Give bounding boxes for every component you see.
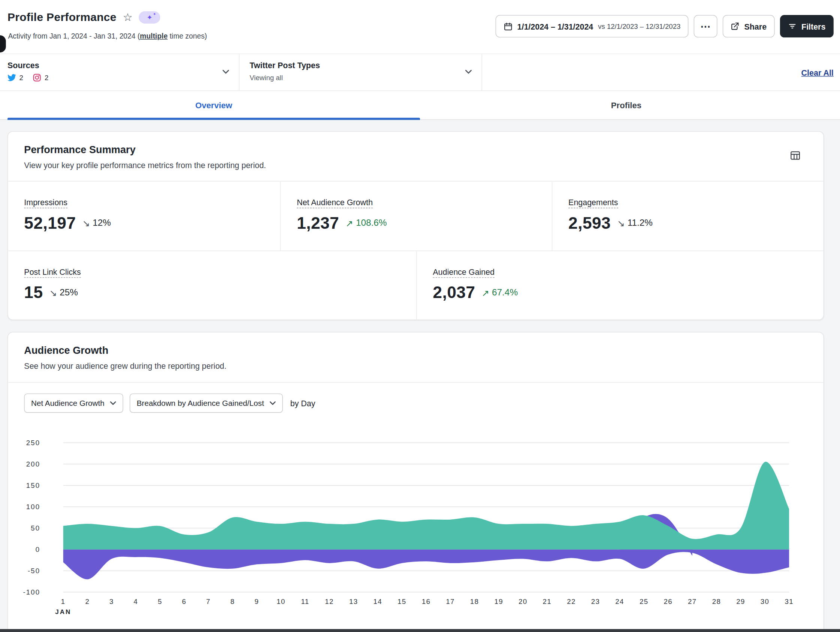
svg-text:13: 13 <box>349 597 358 605</box>
metric-change-value: 108.6% <box>356 218 387 229</box>
svg-text:9: 9 <box>254 597 259 605</box>
activity-subtitle: Activity from Jan 1, 2024 - Jan 31, 2024… <box>8 32 207 40</box>
breakdown-select-dropdown[interactable]: Breakdown by Audience Gained/Lost <box>129 394 283 413</box>
metric-value-row: 2,037 ↗ 67.4% <box>433 283 823 302</box>
header-actions: 1/1/2024 – 1/31/2024 vs 12/1/2023 – 12/3… <box>495 15 834 38</box>
chevron-down-icon[interactable] <box>222 69 229 74</box>
filters-label: Filters <box>801 22 826 31</box>
trend-down-icon: ↘ <box>49 288 57 297</box>
area-chart-svg: 250200150100500-50-100123456789101112131… <box>16 436 804 629</box>
app-root: Profile Performance ☆ ✦ ✦ Activity from … <box>0 0 840 632</box>
activity-subtitle-suffix: time zones) <box>167 32 207 40</box>
clear-all-link[interactable]: Clear All <box>801 68 834 77</box>
favorite-star-icon[interactable]: ☆ <box>123 12 133 22</box>
svg-text:100: 100 <box>26 503 40 511</box>
svg-text:23: 23 <box>591 597 600 605</box>
more-options-button[interactable]: ⋯ <box>694 15 717 38</box>
audience-growth-header: Audience Growth See how your audience gr… <box>8 333 823 371</box>
metric-value: 52,197 <box>24 214 76 233</box>
svg-text:6: 6 <box>182 597 186 605</box>
svg-text:0: 0 <box>36 545 40 553</box>
calendar-icon <box>503 22 512 31</box>
date-range-primary: 1/1/2024 – 1/31/2024 <box>518 22 594 31</box>
ai-assist-badge[interactable]: ✦ ✦ <box>139 11 160 23</box>
audience-growth-subtitle: See how your audience grew during the re… <box>24 361 807 370</box>
twitter-icon <box>8 73 16 82</box>
performance-summary-header: Performance Summary View your key profil… <box>8 132 823 170</box>
svg-text:3: 3 <box>109 597 114 605</box>
metric-label[interactable]: Engagements <box>568 198 618 208</box>
svg-text:2: 2 <box>85 597 90 605</box>
svg-text:22: 22 <box>567 597 576 605</box>
performance-summary-subtitle: View your key profile performance metric… <box>24 161 807 170</box>
svg-text:12: 12 <box>325 597 334 605</box>
svg-text:150: 150 <box>26 481 40 489</box>
svg-text:26: 26 <box>663 597 673 605</box>
svg-text:31: 31 <box>785 597 794 605</box>
sparkle-small-icon: ✦ <box>153 12 156 16</box>
post-types-filter[interactable]: Twitter Post Types Viewing all <box>239 54 482 90</box>
svg-text:21: 21 <box>543 597 552 605</box>
metric-label[interactable]: Post Link Clicks <box>24 267 81 278</box>
metric-select-value: Net Audience Growth <box>31 399 104 407</box>
share-icon <box>731 22 740 31</box>
ellipsis-icon: ⋯ <box>700 20 711 33</box>
performance-summary-card: Performance Summary View your key profil… <box>8 131 824 320</box>
metric-label[interactable]: Impressions <box>24 198 68 208</box>
chevron-down-icon[interactable] <box>465 69 472 74</box>
metric-net-audience-growth: Net Audience Growth 1,237 ↗ 108.6% <box>281 181 552 251</box>
audience-growth-card: Audience Growth See how your audience gr… <box>8 332 824 632</box>
svg-text:8: 8 <box>231 597 235 605</box>
metric-change-value: 67.4% <box>492 288 518 298</box>
twitter-count: 2 <box>19 74 23 82</box>
metric-value-row: 52,197 ↘ 12% <box>24 214 280 233</box>
svg-text:17: 17 <box>446 597 455 605</box>
metric-label[interactable]: Net Audience Growth <box>297 198 373 208</box>
metric-audience-gained: Audience Gained 2,037 ↗ 67.4% <box>417 251 823 320</box>
instagram-icon <box>33 73 42 82</box>
date-range-button[interactable]: 1/1/2024 – 1/31/2024 vs 12/1/2023 – 12/3… <box>495 15 688 38</box>
trend-up-icon: ↗ <box>482 288 489 297</box>
audience-growth-title: Audience Growth <box>24 345 807 356</box>
metric-label[interactable]: Audience Gained <box>433 267 494 278</box>
svg-text:1: 1 <box>61 597 66 605</box>
audience-growth-chart: 250200150100500-50-100123456789101112131… <box>16 436 804 629</box>
svg-text:5: 5 <box>158 597 162 605</box>
post-types-label: Twitter Post Types <box>249 61 471 69</box>
metric-value: 15 <box>24 283 43 302</box>
metric-change: ↘ 12% <box>82 218 111 229</box>
metric-engagements: Engagements 2,593 ↘ 11.2% <box>552 181 824 251</box>
metric-change-value: 25% <box>60 288 78 298</box>
tab-overview[interactable]: Overview <box>8 91 420 120</box>
svg-text:15: 15 <box>398 597 406 605</box>
svg-text:-50: -50 <box>28 567 40 575</box>
tab-profiles[interactable]: Profiles <box>420 91 832 120</box>
share-label: Share <box>744 22 767 31</box>
title-row: Profile Performance ☆ ✦ ✦ <box>8 11 160 24</box>
timezone-link[interactable]: multiple <box>140 32 167 40</box>
metric-value: 2,593 <box>568 214 611 233</box>
metric-change-value: 12% <box>93 218 111 229</box>
filter-bar: Sources 2 2 Twitter Post Types Viewi <box>0 54 840 91</box>
svg-text:10: 10 <box>276 597 286 605</box>
sources-filter[interactable]: Sources 2 2 <box>0 54 239 90</box>
page-title: Profile Performance <box>8 11 117 24</box>
metric-change: ↘ 25% <box>49 288 78 298</box>
table-view-icon[interactable] <box>790 150 801 161</box>
instagram-count: 2 <box>44 74 48 82</box>
svg-text:JAN: JAN <box>55 608 71 616</box>
svg-text:14: 14 <box>374 597 382 605</box>
metric-select-dropdown[interactable]: Net Audience Growth <box>24 394 123 413</box>
metric-value: 1,237 <box>297 214 339 233</box>
filter-icon <box>788 22 797 31</box>
chevron-down-icon <box>110 401 116 405</box>
filters-button[interactable]: Filters <box>780 15 834 38</box>
window-bottom-edge <box>0 629 840 632</box>
svg-text:20: 20 <box>518 597 527 605</box>
trend-down-icon: ↘ <box>82 219 90 228</box>
svg-text:28: 28 <box>712 597 721 605</box>
metric-change: ↗ 108.6% <box>346 218 387 229</box>
svg-text:16: 16 <box>422 597 431 605</box>
metric-impressions: Impressions 52,197 ↘ 12% <box>8 181 281 251</box>
share-button[interactable]: Share <box>723 15 774 38</box>
